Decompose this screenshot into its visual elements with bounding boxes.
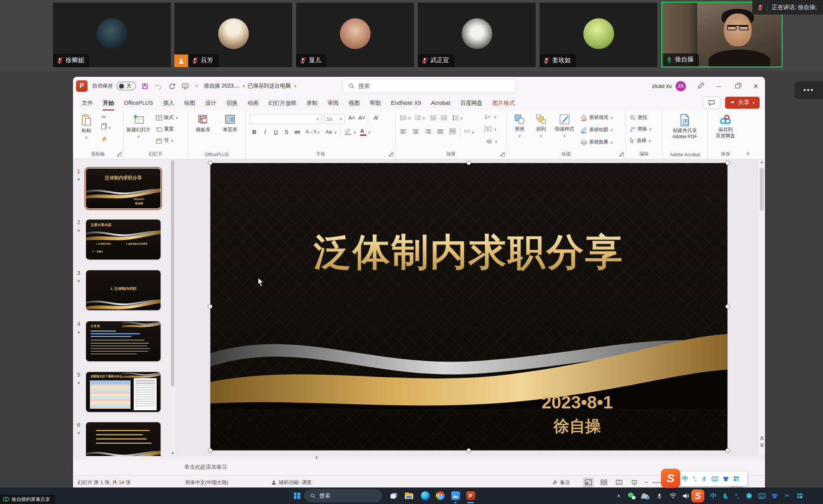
tab-file[interactable]: 文件 bbox=[77, 99, 98, 107]
line-spacing-icon[interactable] bbox=[452, 115, 459, 121]
shadow-button[interactable]: S bbox=[283, 129, 290, 135]
start-slideshow-button[interactable] bbox=[182, 83, 189, 90]
wifi-tray-icon[interactable] bbox=[667, 487, 679, 504]
template-library-button[interactable]: 模板库 bbox=[191, 111, 215, 133]
ime-chinese-mode-icon[interactable]: 中 bbox=[708, 487, 719, 504]
slide-thumbnail-5[interactable]: 想要留京的下属事业单位 bbox=[86, 372, 161, 412]
tab-view[interactable]: 视图 bbox=[344, 99, 365, 107]
font-color-button[interactable]: A bbox=[360, 128, 366, 136]
taskbar-search[interactable]: 搜索 bbox=[304, 489, 382, 502]
slide-title-text[interactable]: 泛体制内求职分享 bbox=[210, 228, 727, 278]
notes-toggle-button[interactable]: 备注 bbox=[552, 476, 570, 489]
highlight-color-button[interactable] bbox=[345, 128, 351, 135]
ime-mic-icon[interactable] bbox=[701, 476, 707, 482]
slideshow-view-button[interactable] bbox=[629, 478, 640, 487]
dialog-launcher-icon[interactable] bbox=[500, 152, 505, 157]
format-painter-icon[interactable] bbox=[101, 136, 108, 142]
ime-moon-icon[interactable] bbox=[720, 487, 730, 504]
ime-punctuation-icon[interactable]: °, bbox=[732, 487, 742, 504]
new-slide-button[interactable]: 新建幻灯片 ∨ bbox=[126, 111, 151, 139]
accessibility-status[interactable]: 辅助功能: 调查 bbox=[271, 476, 311, 489]
dialog-launcher-icon[interactable] bbox=[389, 152, 393, 157]
decrease-font-icon[interactable]: A˅ bbox=[358, 115, 366, 121]
account-name[interactable]: zicao xu bbox=[652, 83, 672, 89]
increase-indent-icon[interactable] bbox=[441, 115, 447, 121]
chevron-down-icon[interactable]: ∨ bbox=[353, 131, 356, 134]
selection-handle[interactable] bbox=[725, 448, 730, 453]
redo-button[interactable] bbox=[168, 83, 176, 90]
selection-handle[interactable] bbox=[208, 448, 212, 453]
share-button[interactable]: 共享 ∨ bbox=[725, 97, 760, 109]
section-button[interactable]: 节∨ bbox=[156, 137, 174, 144]
file-explorer-icon[interactable] bbox=[402, 487, 416, 504]
increase-font-icon[interactable]: A˄ bbox=[348, 115, 356, 121]
minimize-button[interactable]: ─ bbox=[710, 77, 728, 95]
chevron-down-icon[interactable]: ∨ bbox=[494, 115, 497, 119]
shape-outline-button[interactable]: 形状轮廓∨ bbox=[581, 127, 613, 133]
ime-toolbox-icon[interactable] bbox=[734, 476, 739, 481]
tab-help[interactable]: 帮助 bbox=[365, 99, 386, 107]
ime-keyboard-icon[interactable] bbox=[712, 476, 718, 481]
align-right-icon[interactable] bbox=[425, 129, 432, 134]
normal-view-button[interactable] bbox=[583, 478, 594, 487]
tab-draw[interactable]: 绘图 bbox=[179, 99, 200, 107]
strikethrough-button[interactable]: ab bbox=[293, 129, 301, 135]
sogou-logo-icon[interactable]: S bbox=[661, 469, 680, 488]
scrollbar-thumb[interactable] bbox=[760, 168, 764, 211]
align-left-icon[interactable] bbox=[400, 129, 408, 134]
zoom-out-button[interactable]: − bbox=[644, 479, 648, 486]
tab-picture-format[interactable]: 图片格式 bbox=[487, 99, 520, 107]
selection-handle[interactable] bbox=[467, 161, 471, 165]
quick-styles-button[interactable]: 快速样式 ∨ bbox=[552, 111, 577, 138]
dialog-launcher-icon[interactable] bbox=[117, 152, 121, 157]
start-button[interactable] bbox=[290, 487, 304, 504]
page-library-button[interactable]: 单页库 bbox=[218, 111, 242, 133]
participant-tile[interactable]: 姜玫如 bbox=[540, 3, 657, 67]
copy-icon[interactable] bbox=[101, 124, 106, 129]
shape-effects-button[interactable]: 形状效果∨ bbox=[581, 139, 613, 145]
language-status[interactable]: 简体中文(中国大陆) bbox=[185, 476, 229, 489]
notes-splitter[interactable]: ▼ bbox=[73, 456, 765, 459]
slide-editor[interactable]: 泛体制内求职分享 2023•8•1 徐自操 bbox=[210, 163, 727, 450]
selection-handle[interactable] bbox=[208, 161, 212, 165]
selection-handle[interactable] bbox=[725, 304, 730, 309]
quick-access-chevron-icon[interactable]: ∨ bbox=[195, 84, 198, 88]
tab-officeplus[interactable]: OfficePLUS bbox=[119, 100, 158, 106]
vertical-scrollbar[interactable]: ▲ bbox=[758, 159, 765, 456]
cloud-sync-tray-icon[interactable] bbox=[639, 487, 651, 504]
chevron-down-icon[interactable]: ∨ bbox=[495, 140, 497, 144]
tab-acrobat[interactable]: Acrobat bbox=[426, 100, 455, 106]
ime-emoji-icon[interactable] bbox=[744, 487, 754, 504]
scroll-up-icon[interactable]: ▲ bbox=[758, 160, 765, 164]
clear-formatting-icon[interactable]: A̸ bbox=[372, 115, 379, 121]
replace-button[interactable]: bc 替换∨ bbox=[630, 126, 652, 132]
chrome-icon[interactable] bbox=[433, 487, 447, 504]
wechat-tray-icon[interactable] bbox=[626, 487, 638, 504]
reset-button[interactable]: 重置 bbox=[156, 126, 174, 132]
shapes-button[interactable]: 形状 ∨ bbox=[510, 111, 529, 138]
save-status[interactable]: 已保存到这台电脑 bbox=[248, 83, 291, 89]
chevron-down-icon[interactable]: ∨ bbox=[317, 131, 320, 134]
add-remove-columns-icon[interactable] bbox=[464, 130, 472, 134]
participant-tile[interactable]: 显儿 bbox=[296, 3, 414, 67]
change-case-button[interactable]: Aa bbox=[324, 129, 333, 135]
layout-button[interactable]: 版式∨ bbox=[156, 114, 178, 121]
slide-thumbnail-1[interactable]: 泛体制内求职分享 2023•8•1 徐自操 bbox=[86, 169, 161, 208]
meeting-app-icon[interactable] bbox=[449, 487, 462, 504]
ime-toolbar[interactable]: S 中 °, bbox=[663, 471, 747, 486]
chevron-down-icon[interactable]: ∨ bbox=[422, 116, 425, 120]
mic-tray-icon[interactable] bbox=[654, 487, 665, 504]
tab-slideshow[interactable]: 幻灯片放映 bbox=[264, 99, 302, 107]
shape-fill-button[interactable]: 形状填充∨ bbox=[581, 114, 613, 121]
tab-design[interactable]: 设计 bbox=[200, 99, 222, 107]
bullets-icon[interactable] bbox=[400, 115, 407, 121]
smartart-icon[interactable] bbox=[485, 138, 492, 144]
chevron-down-icon[interactable]: ∨ bbox=[472, 131, 474, 134]
arrange-button[interactable]: 排列 ∨ bbox=[532, 111, 551, 138]
meeting-more-button[interactable]: ••• bbox=[795, 81, 823, 99]
task-view-button[interactable] bbox=[387, 487, 401, 504]
align-center-icon[interactable] bbox=[412, 129, 420, 134]
selection-handle[interactable] bbox=[467, 448, 471, 453]
slide-thumbnail-2[interactable]: 主要分享内容 1. 泛体制内求职 2. 提前准备及注意事项 3. 一点建议 bbox=[86, 220, 161, 259]
underline-button[interactable]: U bbox=[272, 129, 280, 135]
